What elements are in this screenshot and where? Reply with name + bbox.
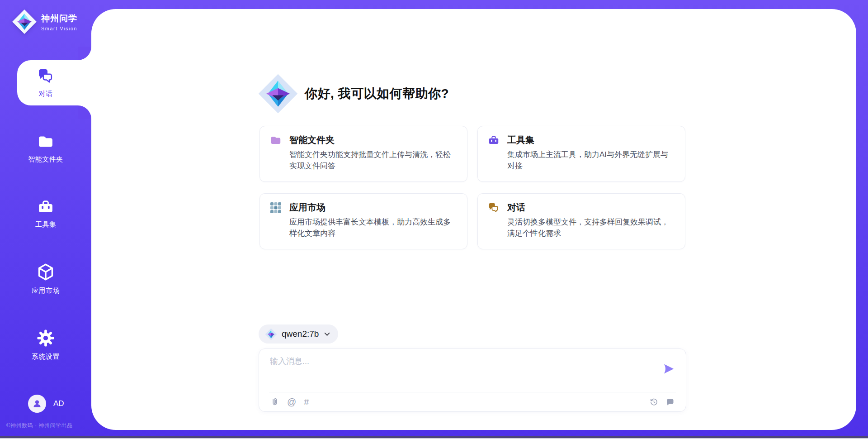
- history-icon: [649, 397, 659, 407]
- feature-cards: 智能文件夹 智能文件夹功能支持批量文件上传与清洗，轻松实现文件问答 工具集 集成…: [259, 126, 685, 249]
- card-description: 智能文件夹功能支持批量文件上传与清洗，轻松实现文件问答: [289, 149, 458, 172]
- card-header: 工具集: [488, 134, 676, 146]
- send-button[interactable]: [662, 363, 675, 375]
- sidebar-item-label: 智能文件夹: [0, 155, 91, 164]
- attach-icon: [270, 397, 279, 407]
- card-toolset[interactable]: 工具集 集成市场上主流工具，助力AI与外界无缝扩展与对接: [477, 126, 685, 182]
- model-name: qwen2:7b: [282, 329, 319, 339]
- history-button[interactable]: [649, 397, 659, 407]
- chat-icon: [488, 202, 500, 214]
- toolbox-icon: [488, 134, 500, 146]
- brand-text: 神州问学 Smart Vision: [41, 13, 77, 31]
- composer: @ #: [259, 348, 686, 412]
- active-tab-flare-top: [78, 47, 91, 60]
- card-smart-folders[interactable]: 智能文件夹 智能文件夹功能支持批量文件上传与清洗，轻松实现文件问答: [259, 126, 467, 182]
- card-chat[interactable]: 对话 灵活切换多模型文件，支持多样回复效果调试，满足个性化需求: [477, 193, 685, 249]
- sidebar-item-chat[interactable]: 对话: [0, 67, 91, 98]
- card-app-market[interactable]: 应用市场 应用市场提供丰富长文本模板，助力高效生成多样化文章内容: [259, 193, 467, 249]
- folder-icon: [36, 133, 55, 150]
- mention-button[interactable]: @: [287, 397, 296, 406]
- avatar: [28, 395, 46, 413]
- card-description: 灵活切换多模型文件，支持多样回复效果调试，满足个性化需求: [507, 216, 676, 239]
- sidebar-item-label: 系统设置: [0, 353, 91, 361]
- sidebar-item-smart-folders[interactable]: 智能文件夹: [0, 133, 91, 164]
- brand-logo-icon: [12, 9, 37, 34]
- sidebar-item-label: 工具集: [0, 220, 91, 229]
- user-account[interactable]: AD: [28, 395, 64, 413]
- attach-button[interactable]: [270, 397, 279, 407]
- chevron-down-icon: [323, 330, 331, 338]
- sidebar-item-settings[interactable]: 系统设置: [0, 329, 91, 361]
- composer-toolbar: @ #: [270, 392, 675, 411]
- active-tab-flare-bottom: [78, 105, 91, 119]
- sidebar-item-label: 应用市场: [0, 286, 91, 295]
- brand-name: 神州问学: [41, 13, 77, 24]
- folder-icon: [270, 134, 282, 146]
- card-title: 智能文件夹: [289, 134, 335, 146]
- message-input[interactable]: [270, 356, 650, 383]
- assistant-logo-icon: [258, 73, 298, 114]
- greeting-title: 你好, 我可以如何帮助你?: [305, 85, 449, 102]
- sidebar-item-label: 对话: [0, 90, 91, 98]
- composer-tools-right: [649, 397, 675, 407]
- comment-icon: [665, 397, 675, 407]
- sidebar: 神州问学 Smart Vision 对话 智能文件夹 工具集: [0, 0, 91, 439]
- toolbox-icon: [37, 198, 55, 215]
- card-description: 应用市场提供丰富长文本模板，助力高效生成多样化文章内容: [289, 216, 458, 239]
- chat-icon: [37, 67, 54, 85]
- topic-button[interactable]: #: [304, 397, 309, 406]
- card-header: 应用市场: [270, 201, 458, 214]
- avatar-person-icon: [32, 399, 42, 409]
- user-initials: AD: [53, 399, 64, 408]
- card-title: 对话: [507, 201, 525, 214]
- mention-icon: @: [287, 397, 296, 406]
- brand: 神州问学 Smart Vision: [12, 9, 77, 34]
- sidebar-footer-credit: ©神州数码 · 神州问学出品: [6, 422, 73, 429]
- grid-icon: [270, 202, 282, 214]
- brand-subtitle: Smart Vision: [41, 26, 77, 31]
- card-title: 工具集: [507, 134, 534, 146]
- send-icon: [662, 363, 675, 375]
- card-header: 对话: [488, 201, 676, 214]
- cube-icon: [36, 262, 55, 282]
- card-header: 智能文件夹: [270, 134, 458, 146]
- model-selector[interactable]: qwen2:7b: [259, 324, 338, 344]
- sidebar-item-toolset[interactable]: 工具集: [0, 198, 91, 229]
- composer-tools-left: @ #: [270, 397, 309, 407]
- greeting: 你好, 我可以如何帮助你?: [258, 73, 449, 114]
- model-logo-icon: [265, 328, 277, 340]
- sidebar-item-app-market[interactable]: 应用市场: [0, 262, 91, 295]
- card-title: 应用市场: [289, 201, 326, 214]
- gear-icon: [36, 329, 55, 348]
- new-chat-button[interactable]: [665, 397, 675, 407]
- main-panel: 你好, 我可以如何帮助你? 智能文件夹 智能文件夹功能支持批量文件上传与清洗，轻…: [91, 9, 856, 430]
- card-description: 集成市场上主流工具，助力AI与外界无缝扩展与对接: [507, 149, 676, 172]
- hash-icon: #: [304, 397, 309, 406]
